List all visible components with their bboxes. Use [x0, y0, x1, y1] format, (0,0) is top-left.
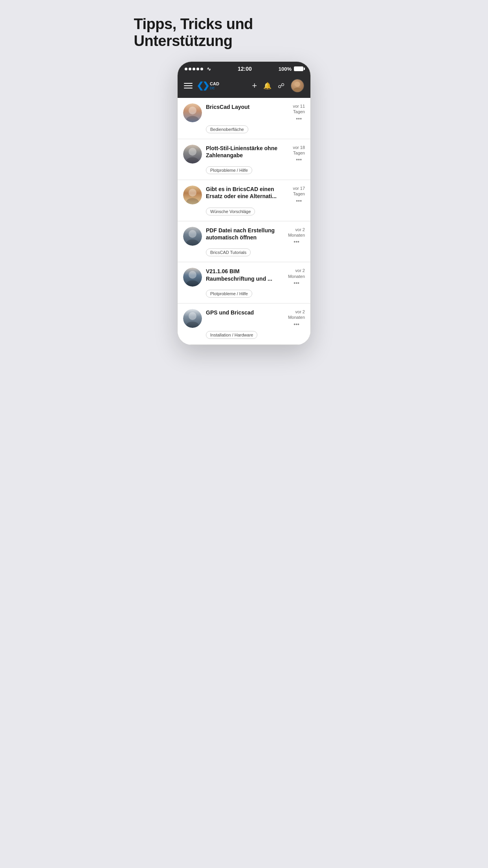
feed-tag[interactable]: Installation / Hardware [206, 331, 257, 339]
feed-avatar [183, 145, 202, 164]
feed-avatar [183, 227, 202, 246]
svg-point-10 [189, 271, 196, 279]
feed-avatar [183, 103, 202, 122]
avatar-image [183, 309, 202, 328]
status-right: 100% [279, 66, 303, 72]
nav-actions: + 🔔 ☍ [252, 79, 304, 92]
feed-avatar [183, 186, 202, 204]
svg-point-7 [186, 198, 199, 204]
feed-meta: vor 2Monaten ••• [288, 309, 305, 327]
user-avatar-image [291, 79, 304, 92]
svg-point-4 [189, 148, 196, 156]
feed-avatar [183, 309, 202, 328]
user-avatar[interactable] [291, 79, 304, 92]
feed-item[interactable]: Plott-Stil-Linienstärke ohne Zahlenangab… [178, 139, 310, 180]
feed-item[interactable]: BricsCad Layout vor 11Tagen ••• Bedienob… [178, 98, 310, 139]
feed-item[interactable]: PDF Datei nach Erstellung automatisch öf… [178, 221, 310, 263]
avatar-person-svg [183, 145, 202, 164]
feed-time: vor 11Tagen [293, 103, 305, 115]
feed-options-button[interactable]: ••• [293, 198, 305, 204]
svg-point-9 [186, 239, 199, 246]
feed-title: GPS und Bricscad [206, 309, 286, 316]
feed-header: GPS und Bricscad vor 2Monaten ••• [206, 309, 305, 327]
feed-tag[interactable]: Plotprobleme / Hilfe [206, 290, 252, 298]
feed-time: vor 2Monaten [288, 227, 305, 238]
feed-content: BricsCad Layout vor 11Tagen ••• Bedienob… [206, 103, 305, 133]
page-wrapper: Tipps, Tricks und Unterstützung ∿ 12:00 … [122, 0, 366, 434]
feed-title: BricsCad Layout [206, 103, 290, 110]
status-left: ∿ [185, 66, 211, 72]
feed-item[interactable]: V21.1.06 BIM Raumbeschriftung und ... vo… [178, 262, 310, 303]
feed-content: PDF Datei nach Erstellung automatisch öf… [206, 227, 305, 257]
feed-content: Plott-Stil-Linienstärke ohne Zahlenangab… [206, 145, 305, 175]
avatar-person-svg [183, 309, 202, 328]
notifications-button[interactable]: 🔔 [263, 82, 272, 90]
feed-meta: vor 11Tagen ••• [293, 103, 305, 121]
logo-de: DE [210, 86, 219, 90]
feed-header: BricsCad Layout vor 11Tagen ••• [206, 103, 305, 121]
avatar-image [183, 145, 202, 164]
menu-line [184, 83, 193, 84]
feed-tag[interactable]: Bedienoberfläche [206, 125, 248, 133]
feed-options-button[interactable]: ••• [293, 157, 305, 162]
svg-point-12 [189, 312, 196, 320]
menu-button[interactable] [184, 83, 193, 88]
feed-content: Gibt es in BricsCAD einen Ersatz oder ei… [206, 186, 305, 215]
feed-options-button[interactable]: ••• [288, 239, 305, 245]
nav-bar: ❮❯ CAD DE + 🔔 ☍ [178, 75, 310, 98]
avatar-person-svg [183, 186, 202, 204]
avatar-image [183, 227, 202, 246]
avatar-person-svg [183, 227, 202, 246]
svg-point-1 [293, 88, 302, 92]
logo-cad: CAD [210, 81, 219, 86]
feed-options-button[interactable]: ••• [288, 322, 305, 327]
menu-line [184, 88, 193, 88]
feed-time: vor 2Monaten [288, 268, 305, 279]
feed-meta: vor 18Tagen ••• [293, 145, 305, 163]
feed-time: vor 18Tagen [293, 145, 305, 156]
signal-dot [185, 68, 187, 70]
svg-point-3 [186, 116, 199, 122]
avatar-person-svg [183, 268, 202, 287]
feed-meta: vor 2Monaten ••• [288, 268, 305, 286]
feed-title: PDF Datei nach Erstellung automatisch öf… [206, 227, 286, 241]
feed-title: Plott-Stil-Linienstärke ohne Zahlenangab… [206, 145, 290, 159]
signal-dot [189, 68, 191, 70]
feed-tag[interactable]: BricsCAD Tutorials [206, 248, 251, 256]
feed-tag[interactable]: Plotprobleme / Hilfe [206, 166, 252, 174]
feed-time: vor 2Monaten [288, 309, 305, 320]
svg-point-8 [189, 230, 196, 238]
phone-frame: ∿ 12:00 100% ❮❯ CAD DE [177, 61, 311, 345]
status-bar: ∿ 12:00 100% [178, 62, 310, 75]
status-time: 12:00 [238, 66, 252, 72]
wifi-icon: ∿ [207, 66, 211, 72]
battery-text: 100% [279, 66, 292, 72]
feed-header: V21.1.06 BIM Raumbeschriftung und ... vo… [206, 268, 305, 286]
avatar-image [183, 103, 202, 122]
feed-item[interactable]: GPS und Bricscad vor 2Monaten ••• Instal… [178, 303, 310, 345]
feed-title: Gibt es in BricsCAD einen Ersatz oder ei… [206, 186, 290, 200]
battery-fill [294, 67, 303, 71]
add-button[interactable]: + [252, 81, 257, 91]
feed-title: V21.1.06 BIM Raumbeschriftung und ... [206, 268, 286, 282]
feed-item[interactable]: Gibt es in BricsCAD einen Ersatz oder ei… [178, 180, 310, 221]
logo-arrows-icon: ❮❯ [196, 81, 208, 90]
feed-content: V21.1.06 BIM Raumbeschriftung und ... vo… [206, 268, 305, 298]
feed-tag[interactable]: Wünsche Vorschläge [206, 208, 255, 215]
feed-content: GPS und Bricscad vor 2Monaten ••• Instal… [206, 309, 305, 339]
chat-button[interactable]: ☍ [278, 82, 284, 90]
avatar-image [183, 268, 202, 287]
signal-dots [185, 68, 203, 70]
feed-options-button[interactable]: ••• [293, 116, 305, 121]
menu-line [184, 85, 193, 86]
svg-point-6 [189, 189, 196, 197]
feed-meta: vor 17Tagen ••• [293, 186, 305, 204]
feed-header: PDF Datei nach Erstellung automatisch öf… [206, 227, 305, 245]
feed-header: Gibt es in BricsCAD einen Ersatz oder ei… [206, 186, 305, 204]
avatar-person-svg [183, 103, 202, 122]
svg-point-2 [189, 107, 196, 114]
signal-dot [200, 68, 203, 70]
svg-point-11 [186, 280, 199, 287]
logo: ❮❯ CAD DE [196, 81, 219, 90]
feed-options-button[interactable]: ••• [288, 280, 305, 286]
